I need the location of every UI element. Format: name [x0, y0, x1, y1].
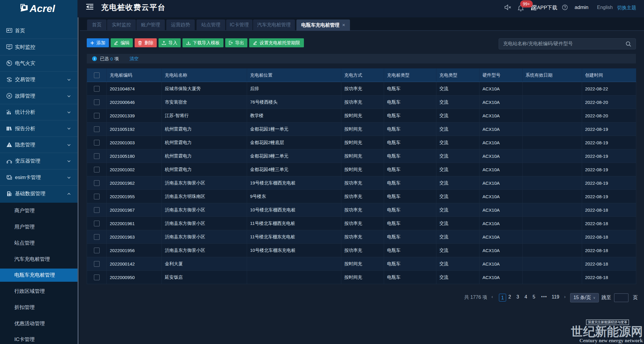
svg-text:Acrel: Acrel — [29, 3, 56, 14]
